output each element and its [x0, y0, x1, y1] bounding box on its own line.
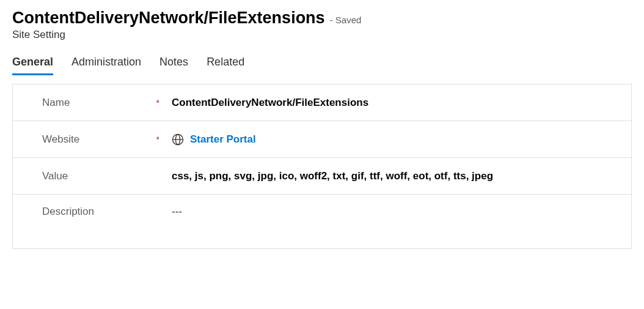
field-value-value[interactable]: css, js, png, svg, jpg, ico, woff2, txt,… — [172, 170, 493, 182]
page-title: ContentDeliveryNetwork/FileExtensions — [12, 9, 325, 28]
field-row-description: Description --- — [13, 195, 631, 248]
label-text-description: Description — [42, 206, 94, 218]
field-label-description: Description — [42, 206, 172, 218]
field-label-website: Website * — [42, 133, 172, 146]
title-row: ContentDeliveryNetwork/FileExtensions - … — [12, 9, 632, 28]
field-label-value: Value — [42, 170, 172, 182]
entity-subtitle: Site Setting — [12, 29, 632, 41]
form-container: Name * ContentDeliveryNetwork/FileExtens… — [12, 84, 632, 249]
field-row-value: Value css, js, png, svg, jpg, ico, woff2… — [13, 158, 631, 195]
label-text-name: Name — [42, 97, 70, 109]
required-marker: * — [156, 98, 159, 108]
field-value-name[interactable]: ContentDeliveryNetwork/FileExtensions — [172, 97, 368, 109]
page-header: ContentDeliveryNetwork/FileExtensions - … — [12, 9, 632, 41]
tab-general[interactable]: General — [12, 56, 53, 75]
label-text-website: Website — [42, 133, 79, 146]
website-link[interactable]: Starter Portal — [190, 133, 256, 146]
required-marker: * — [156, 135, 159, 144]
label-text-value: Value — [42, 170, 68, 182]
field-value-description[interactable]: --- — [172, 206, 182, 218]
tab-bar: General Administration Notes Related — [12, 56, 632, 75]
saved-status: - Saved — [330, 15, 362, 25]
field-row-website: Website * Starter Portal — [13, 121, 631, 158]
tab-related[interactable]: Related — [207, 56, 244, 75]
tab-administration[interactable]: Administration — [71, 56, 141, 75]
field-row-name: Name * ContentDeliveryNetwork/FileExtens… — [13, 84, 631, 121]
globe-icon — [172, 133, 184, 146]
field-label-name: Name * — [42, 97, 172, 109]
field-value-website[interactable]: Starter Portal — [172, 133, 256, 146]
tab-notes[interactable]: Notes — [159, 56, 188, 75]
